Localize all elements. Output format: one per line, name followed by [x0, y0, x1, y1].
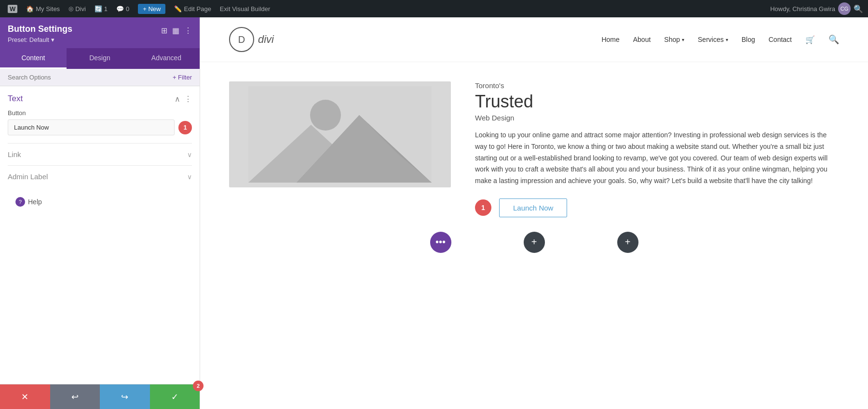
panel-tabs: Content Design Advanced	[0, 48, 200, 69]
admin-arrow-icon: ∨	[187, 173, 192, 181]
cancel-icon: ✕	[21, 392, 28, 402]
my-sites-menu[interactable]: 🏠 My Sites	[23, 0, 63, 17]
main-heading: Trusted	[475, 92, 839, 112]
save-badge: 2	[193, 381, 203, 391]
cancel-button[interactable]: ✕	[0, 384, 50, 409]
new-button[interactable]: + New	[135, 0, 168, 17]
comments-number: 1	[104, 5, 108, 13]
columns-icon[interactable]: ▦	[172, 26, 179, 35]
search-icon[interactable]: 🔍	[854, 4, 863, 13]
redo-icon: ↪	[121, 392, 128, 402]
search-input[interactable]	[8, 74, 169, 81]
more-vert-icon[interactable]: ⋮	[184, 26, 192, 35]
plus-icon-1: +	[531, 237, 537, 248]
help-section: ? Help	[8, 187, 192, 216]
nav-shop-label: Shop	[664, 36, 680, 43]
sub-heading: Web Design	[475, 114, 839, 122]
logo-text: divi	[258, 33, 274, 46]
pencil-icon: ✏️	[174, 5, 182, 13]
user-avatar[interactable]: CG	[838, 2, 851, 15]
link-accordion[interactable]: Link ∨	[8, 143, 192, 165]
dots-icon: •••	[435, 237, 446, 248]
panel-preset[interactable]: Preset: Default ▾	[8, 36, 72, 43]
nav-services[interactable]: Services ▾	[698, 36, 728, 43]
wp-logo[interactable]: W	[5, 0, 20, 17]
search-bar: + Filter	[0, 69, 200, 86]
tab-design[interactable]: Design	[67, 48, 133, 69]
text-section-title: Text	[8, 94, 23, 104]
tab-advanced[interactable]: Advanced	[133, 48, 200, 69]
home-icon: 🏠	[26, 5, 34, 13]
search-nav-icon[interactable]: 🔍	[828, 34, 839, 45]
panel-content: Text ∧ ⋮ Button 1 Link ∨	[0, 86, 200, 384]
comments-number2: 0	[126, 5, 129, 13]
cart-icon[interactable]: 🛒	[805, 35, 815, 44]
plus-icon-2: +	[625, 237, 631, 248]
text-section-header: Text ∧ ⋮	[8, 94, 192, 104]
site-preview: D divi Home About Shop ▾ Services ▾	[200, 17, 868, 409]
site-navigation: Home About Shop ▾ Services ▾ Blog Contac	[601, 34, 839, 45]
launch-badge: 1	[475, 199, 491, 216]
collapse-button[interactable]: ∧	[175, 94, 180, 104]
divi-label: Divi	[75, 5, 86, 13]
eyebrow-text: Toronto's	[475, 81, 839, 90]
nav-about[interactable]: About	[633, 36, 651, 43]
nav-home[interactable]: Home	[601, 36, 619, 43]
comment-icon: 💬	[116, 5, 124, 13]
section-controls: ∧ ⋮	[175, 94, 192, 104]
button-text-input[interactable]	[8, 119, 175, 135]
exit-builder-link[interactable]: Exit Visual Builder	[217, 0, 273, 17]
filter-button[interactable]: + Filter	[173, 74, 192, 81]
help-icon[interactable]: ?	[15, 197, 25, 207]
new-btn-inner[interactable]: + New	[138, 4, 165, 14]
launch-now-button[interactable]: Launch Now	[499, 198, 567, 217]
nav-home-label: Home	[601, 36, 619, 43]
tab-content[interactable]: Content	[0, 48, 67, 69]
panel-title: Button Settings	[8, 24, 72, 34]
link-arrow-icon: ∨	[187, 151, 192, 158]
nav-blog[interactable]: Blog	[742, 36, 755, 43]
divi-menu[interactable]: ◎ Divi	[66, 0, 89, 17]
site-header: D divi Home About Shop ▾ Services ▾	[200, 17, 868, 62]
nav-shop[interactable]: Shop ▾	[664, 36, 684, 43]
help-label: Help	[28, 198, 42, 206]
undo-button[interactable]: ↩	[50, 384, 100, 409]
resize-icon[interactable]: ⊞	[161, 26, 167, 35]
launch-btn-wrapper: 1 Launch Now	[475, 198, 839, 217]
comments-count2[interactable]: 💬 0	[113, 0, 132, 17]
filter-label: + Filter	[173, 74, 192, 81]
nav-about-label: About	[633, 36, 651, 43]
placeholder-svg	[248, 86, 432, 183]
main-content: Toronto's Trusted Web Design Looking to …	[200, 62, 868, 287]
section-fab-row: ••• + +	[229, 217, 839, 267]
undo-icon: ↩	[71, 392, 79, 402]
svg-point-1	[310, 100, 341, 131]
redo-button[interactable]: ↪	[100, 384, 150, 409]
section-settings-fab[interactable]: •••	[430, 232, 451, 253]
divi-icon: ◎	[68, 5, 73, 12]
hero-image	[229, 81, 451, 187]
panel-header: Button Settings Preset: Default ▾ ⊞ ▦ ⋮	[0, 17, 200, 48]
new-label: + New	[143, 5, 161, 13]
section-more-button[interactable]: ⋮	[184, 94, 192, 104]
add-column-fab-2[interactable]: +	[617, 232, 638, 253]
link-label: Link	[8, 150, 21, 158]
comments-count[interactable]: 🔄 1	[92, 0, 110, 17]
edit-page-link[interactable]: ✏️ Edit Page	[171, 0, 214, 17]
button-input-row: 1	[8, 119, 192, 135]
edit-page-label: Edit Page	[184, 5, 211, 13]
button-field-label: Button	[8, 109, 192, 117]
exit-label: Exit Visual Builder	[220, 5, 271, 13]
add-column-fab-1[interactable]: +	[524, 232, 545, 253]
save-button[interactable]: ✓ 2	[150, 384, 200, 409]
wp-bar-right: Howdy, Christina Gwira CG 🔍	[770, 2, 863, 15]
save-icon: ✓	[171, 392, 178, 402]
admin-label-accordion[interactable]: Admin Label ∨	[8, 165, 192, 187]
my-sites-label: My Sites	[36, 5, 60, 13]
nav-services-label: Services	[698, 36, 724, 43]
button-field-group: Button 1	[8, 109, 192, 135]
nav-contact[interactable]: Contact	[769, 36, 792, 43]
services-chevron-icon: ▾	[726, 37, 728, 42]
button-badge: 1	[178, 121, 192, 134]
logo-letter: D	[238, 34, 245, 45]
